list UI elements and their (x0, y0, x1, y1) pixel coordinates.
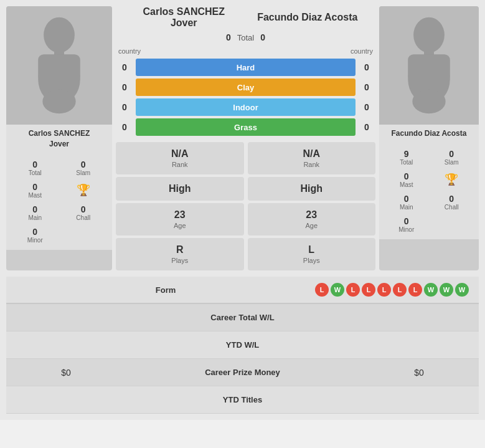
trophy-icon: 🏆 (77, 183, 90, 197)
form-badge-3: L (346, 283, 360, 297)
indoor-right-score: 0 (358, 102, 375, 112)
svg-rect-8 (408, 54, 450, 82)
hard-right-score: 0 (358, 62, 375, 72)
prize-row: $0 Career Prize Money $0 (6, 359, 479, 386)
left-player-stats: 0 Total 0 Slam 0 Mast 🏆 0 Main (6, 153, 112, 250)
right-prize: $0 (369, 368, 469, 378)
right-level-value: High (255, 183, 369, 194)
left-country-flag: country (118, 47, 141, 55)
form-badge-5: L (377, 283, 391, 297)
form-badge-7: L (408, 283, 422, 297)
career-wl-row: Career Total W/L (6, 304, 479, 331)
form-badge-10: W (455, 283, 469, 297)
svg-point-4 (42, 89, 75, 113)
form-badge-6: L (393, 283, 407, 297)
right-player-photo (379, 6, 479, 125)
left-level-card: High (116, 177, 244, 201)
left-total-score: 0 (226, 32, 231, 42)
svg-point-0 (44, 17, 75, 53)
left-rank-card: N/A Rank (116, 142, 244, 174)
country-flags-row: country country (116, 47, 375, 55)
main-container: Carlos SANCHEZ Jover 0 Total 0 Slam 0 Ma… (0, 0, 485, 420)
left-player-name: Carlos SANCHEZ Jover (6, 125, 112, 153)
left-main-cell: 0 Main (11, 202, 59, 224)
right-player-stats: 9 Total 0 Slam 0 Mast 🏆 0 Main (379, 143, 479, 239)
grass-badge: Grass (136, 118, 356, 136)
prize-label: Career Prize Money (116, 368, 369, 377)
right-plays-label: Plays (255, 257, 369, 264)
form-badge-1: L (315, 283, 329, 297)
form-badge-8: W (424, 283, 438, 297)
right-player-card: Facundo Diaz Acosta 9 Total 0 Slam 0 Mas… (379, 6, 479, 270)
right-chall-cell: 0 Chall (430, 191, 474, 213)
right-slam-cell: 0 Slam (430, 146, 474, 168)
right-info-cards: N/A Rank High 23 Age L Plays (248, 142, 376, 270)
right-plays-card: L Plays (248, 238, 376, 270)
player-titles-row: Carlos SANCHEZ Jover Facundo Diaz Acosta (116, 6, 375, 29)
right-country-flag: country (351, 47, 373, 55)
left-level-value: High (123, 183, 237, 194)
grass-left-score: 0 (116, 122, 133, 132)
right-rank-value: N/A (255, 148, 369, 160)
right-total-score: 0 (260, 32, 265, 42)
ytd-titles-label: YTD Titles (16, 395, 469, 404)
right-rank-card: N/A Rank (248, 142, 376, 174)
trophy-icon-right: 🏆 (445, 173, 458, 186)
left-age-label: Age (123, 222, 237, 229)
left-age-card: 23 Age (116, 203, 244, 236)
total-label: Total (237, 33, 254, 42)
right-minor-cell: 0 Minor (384, 214, 429, 236)
clay-right-score: 0 (358, 82, 375, 92)
middle-section: Carlos SANCHEZ Jover Facundo Diaz Acosta… (116, 6, 375, 270)
right-age-label: Age (255, 222, 369, 229)
ytd-wl-row: YTD W/L (6, 331, 479, 359)
bottom-section: Form L W L L L L L W W W Career Total W/… (6, 277, 479, 414)
left-chall-cell: 0 Chall (60, 202, 108, 224)
indoor-left-score: 0 (116, 102, 133, 112)
right-total-cell: 9 Total (384, 146, 429, 168)
right-age-card: 23 Age (248, 203, 376, 236)
left-info-cards: N/A Rank High 23 Age R Plays (116, 142, 244, 270)
right-mast-cell: 0 Mast (384, 169, 429, 191)
left-player-photo (6, 6, 112, 125)
form-label: Form (16, 285, 315, 295)
clay-left-score: 0 (116, 82, 133, 92)
svg-point-9 (412, 89, 445, 113)
left-plays-label: Plays (123, 257, 237, 264)
left-minor-cell: 0 Minor (11, 224, 59, 246)
right-plays-value: L (255, 244, 369, 255)
left-total-cell: 0 Total (11, 157, 59, 179)
svg-rect-3 (38, 54, 80, 82)
left-player-card: Carlos SANCHEZ Jover 0 Total 0 Slam 0 Ma… (6, 6, 112, 270)
right-age-value: 23 (255, 209, 369, 221)
grass-row: 0 Grass 0 (116, 118, 375, 136)
left-plays-card: R Plays (116, 238, 244, 270)
left-rank-label: Rank (123, 161, 237, 168)
left-prize: $0 (16, 368, 116, 378)
hard-badge: Hard (136, 59, 356, 76)
form-badges: L W L L L L L W W W (315, 283, 469, 297)
career-wl-label: Career Total W/L (16, 313, 469, 322)
ytd-wl-label: YTD W/L (16, 340, 469, 350)
left-rank-value: N/A (123, 148, 237, 160)
right-level-card: High (248, 177, 376, 201)
svg-point-5 (413, 17, 445, 53)
surface-rows-container: 0 Hard 0 0 Clay 0 0 Indoor 0 (116, 59, 375, 138)
form-row: Form L W L L L L L W W W (6, 277, 479, 304)
left-player-title: Carlos SANCHEZ Jover (122, 6, 246, 29)
right-player-title: Facundo Diaz Acosta (246, 12, 370, 23)
right-main-cell: 0 Main (384, 191, 429, 213)
indoor-badge: Indoor (136, 98, 356, 116)
ytd-titles-row: YTD Titles (6, 386, 479, 414)
clay-row: 0 Clay 0 (116, 79, 375, 96)
left-mast-cell: 0 Mast (11, 179, 59, 201)
form-badge-2: W (331, 283, 344, 297)
hard-row: 0 Hard 0 (116, 59, 375, 76)
left-plays-value: R (123, 244, 237, 255)
clay-badge: Clay (136, 79, 356, 96)
total-row: 0 Total 0 (116, 32, 375, 42)
indoor-row: 0 Indoor 0 (116, 98, 375, 116)
left-slam-cell: 0 Slam (60, 157, 108, 179)
left-trophy-cell: 🏆 (60, 179, 108, 201)
grass-right-score: 0 (358, 122, 375, 132)
